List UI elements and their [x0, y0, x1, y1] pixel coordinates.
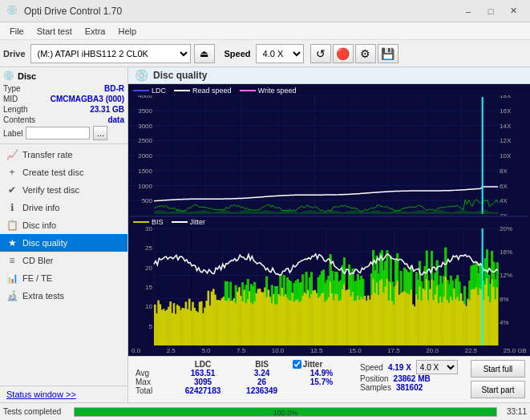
- speed-select-stats[interactable]: 4.0 X 8.0 X: [416, 360, 458, 374]
- bottom-legend: BIS Jitter: [130, 217, 528, 227]
- start-full-button[interactable]: Start full: [471, 360, 525, 378]
- menu-extra[interactable]: Extra: [79, 25, 112, 38]
- sidebar-item-disc-info[interactable]: 📋 Disc info: [0, 216, 127, 234]
- td-avg-jitter: 14.9%: [289, 369, 354, 378]
- eject-button[interactable]: ⏏: [194, 44, 215, 63]
- legend-read-speed: Read speed: [174, 87, 232, 95]
- cd-bler-icon: ≡: [6, 255, 18, 266]
- sidebar-item-cd-bler[interactable]: ≡ CD Bler: [0, 252, 127, 269]
- x-label-15: 15.0: [349, 347, 362, 354]
- speed-stats: Speed 4.19 X 4.0 X 8.0 X Position 23862 …: [360, 360, 464, 392]
- sidebar-label-transfer-rate: Transfer rate: [22, 150, 73, 160]
- td-avg-bis: 3.24: [234, 369, 289, 378]
- speed-row: Speed 4.19 X 4.0 X 8.0 X: [360, 360, 464, 374]
- minimize-button[interactable]: –: [458, 4, 479, 18]
- save-button[interactable]: 💾: [378, 44, 399, 63]
- create-test-disc-icon: +: [6, 167, 18, 178]
- sidebar-label-drive-info: Drive info: [22, 203, 59, 212]
- contents-value: data: [107, 115, 124, 124]
- stats-bar: LDC BIS Jitter Avg: [128, 356, 530, 402]
- progress-container: 100.0%: [74, 407, 497, 417]
- sidebar-item-create-test-disc[interactable]: + Create test disc: [0, 164, 127, 181]
- settings-button[interactable]: ⚙: [355, 44, 376, 63]
- th-bis: BIS: [234, 360, 289, 369]
- menubar: File Start test Extra Help: [0, 22, 530, 40]
- stats-data-table: LDC BIS Jitter Avg: [133, 360, 354, 395]
- menu-start-test[interactable]: Start test: [30, 25, 79, 38]
- speed-label-stat: Speed: [360, 363, 383, 372]
- speed-select[interactable]: 4.0 X 8.0 X Max: [256, 44, 304, 63]
- label-input[interactable]: [26, 127, 90, 139]
- top-chart-canvas: [130, 95, 528, 216]
- transfer-rate-icon: 📈: [6, 149, 18, 160]
- mid-label: MID: [3, 95, 18, 103]
- legend-ldc: LDC: [133, 87, 166, 95]
- td-total-bis: 1236349: [234, 386, 289, 395]
- sidebar-label-fe-te: FE / TE: [22, 273, 52, 283]
- window-controls: – □ ✕: [458, 4, 524, 18]
- label-browse-button[interactable]: …: [93, 126, 107, 140]
- disc-mid-row: MID CMCMAGBA3 (000): [3, 95, 124, 103]
- close-button[interactable]: ✕: [503, 4, 524, 18]
- maximize-button[interactable]: □: [480, 4, 501, 18]
- legend-bis-label: BIS: [152, 218, 164, 226]
- speed-value: 4.19 X: [388, 363, 411, 372]
- sidebar-label-create-test-disc: Create test disc: [22, 168, 83, 177]
- start-part-button[interactable]: Start part: [471, 381, 525, 398]
- samples-row: Samples 381602: [360, 383, 464, 392]
- burn-button[interactable]: 🔴: [333, 44, 354, 63]
- toolbar: Drive (M:) ATAPI iHBS112 2 CL0K ⏏ Speed …: [0, 40, 530, 67]
- content-area: 💿 Disc quality LDC Read speed: [128, 67, 530, 402]
- td-avg-label: Avg: [133, 369, 172, 378]
- top-chart-container: LDC Read speed Write speed: [130, 86, 528, 216]
- chart-title: Disc quality: [153, 70, 207, 81]
- x-label-22-5: 22.5: [464, 347, 477, 354]
- td-total-jitter-empty: [289, 386, 354, 395]
- titlebar: 💿 Opti Drive Control 1.70 – □ ✕: [0, 0, 530, 22]
- chart-header-icon: 💿: [135, 69, 148, 82]
- fe-te-icon: 📊: [6, 273, 18, 284]
- main-area: 💿 Disc Type BD-R MID CMCMAGBA3 (000) Len…: [0, 67, 530, 402]
- statusbar: Tests completed 100.0% 33:11: [0, 402, 530, 420]
- jitter-checkbox[interactable]: [293, 360, 301, 369]
- th-ldc: LDC: [172, 360, 234, 369]
- disc-label-row: Label …: [3, 126, 124, 140]
- window-title: Opti Drive Control 1.70: [24, 6, 458, 17]
- sidebar-item-extra-tests[interactable]: 🔬 Extra tests: [0, 287, 127, 305]
- disc-title: Disc: [18, 71, 36, 81]
- sidebar-label-disc-info: Disc info: [22, 220, 56, 230]
- x-label-2-5: 2.5: [167, 347, 176, 354]
- th-jitter-label: Jitter: [303, 360, 322, 369]
- extra-tests-icon: 🔬: [6, 290, 18, 301]
- bottom-chart: [130, 227, 528, 347]
- td-avg-ldc: 163.51: [172, 369, 234, 378]
- x-label-12-5: 12.5: [310, 347, 323, 354]
- drive-select[interactable]: (M:) ATAPI iHBS112 2 CL0K: [30, 44, 191, 63]
- sidebar-item-verify-test-disc[interactable]: ✔ Verify test disc: [0, 181, 127, 199]
- start-buttons: Start full Start part: [471, 360, 525, 398]
- sidebar-item-fe-te[interactable]: 📊 FE / TE: [0, 269, 127, 287]
- sidebar-label-extra-tests: Extra tests: [22, 291, 64, 301]
- sidebar-item-disc-quality[interactable]: ★ Disc quality: [0, 234, 127, 252]
- td-max-ldc: 3095: [172, 378, 234, 386]
- legend-write-speed-label: Write speed: [258, 87, 297, 95]
- menu-help[interactable]: Help: [111, 25, 143, 38]
- sidebar-item-transfer-rate[interactable]: 📈 Transfer rate: [0, 146, 127, 164]
- menu-file[interactable]: File: [3, 25, 30, 38]
- drive-label: Drive: [3, 49, 26, 59]
- x-label-7-5: 7.5: [237, 347, 245, 354]
- x-label-10: 10.0: [272, 347, 285, 354]
- samples-label: Samples: [360, 383, 391, 392]
- x-label-25: 25.0 GB: [504, 347, 527, 354]
- sidebar-item-drive-info[interactable]: ℹ Drive info: [0, 199, 127, 216]
- refresh-button[interactable]: ↺: [310, 44, 331, 63]
- status-window-link[interactable]: Status window >>: [0, 386, 127, 402]
- td-max-bis: 26: [234, 378, 289, 386]
- position-row: Position 23862 MB: [360, 374, 464, 383]
- legend-bis: BIS: [133, 218, 164, 226]
- verify-test-disc-icon: ✔: [6, 184, 18, 196]
- td-total-label: Total: [133, 386, 172, 395]
- top-chart: [130, 95, 528, 216]
- status-time: 33:11: [507, 407, 527, 416]
- disc-quality-icon: ★: [6, 237, 18, 248]
